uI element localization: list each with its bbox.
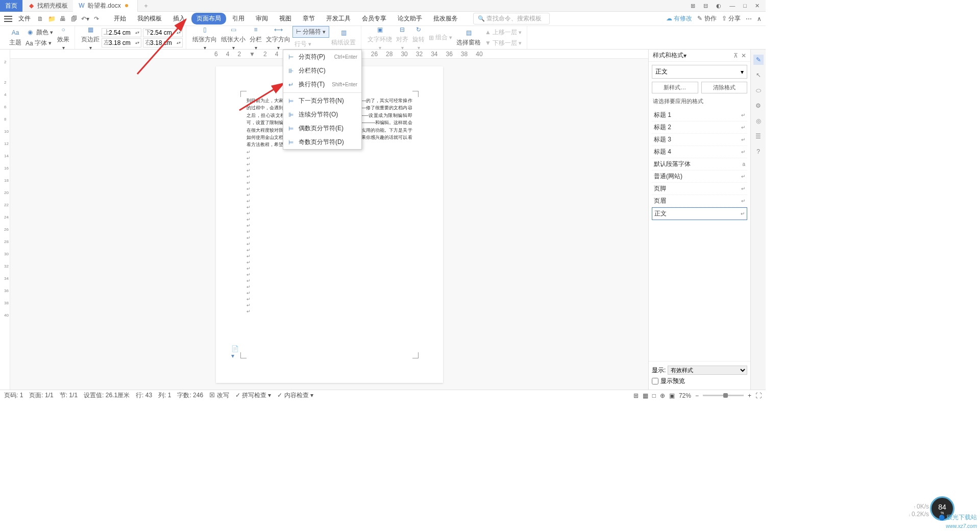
side-select-icon[interactable]: ↖ [753, 70, 764, 80]
side-style-icon[interactable]: ✎ [753, 55, 764, 65]
fullscreen-icon[interactable]: ⛶ [755, 392, 762, 399]
zoom-in-button[interactable]: + [748, 392, 751, 399]
side-shape-icon[interactable]: ⬭ [753, 85, 764, 95]
skin-icon[interactable]: ◐ [714, 2, 723, 10]
tab-dev-tools[interactable]: 开发工具 [321, 13, 356, 25]
command-search-input[interactable]: 🔍 查找命令、搜索模板 [473, 13, 550, 25]
theme-button[interactable]: Aa主题 [7, 27, 23, 48]
tab-member[interactable]: 会员专享 [357, 13, 391, 25]
color-button[interactable]: ◉颜色▾ [23, 27, 55, 38]
redo-icon[interactable]: ↷ [92, 14, 101, 23]
status-pages[interactable]: 页面: 1/1 [29, 391, 53, 400]
collapse-ribbon-icon[interactable]: ∧ [757, 15, 762, 22]
style-show-select[interactable]: 有效样式 [668, 366, 747, 375]
line-break-item[interactable]: ↵换行符(T)Shift+Enter [283, 78, 361, 91]
bring-forward-button[interactable]: ▲上移一层▾ [483, 27, 524, 38]
style-item-default-font[interactable]: 默认段落字体a [652, 158, 747, 171]
tab-start[interactable]: 开始 [109, 13, 131, 25]
even-page-section-item[interactable]: ⊨偶数页分节符(E) [283, 122, 361, 135]
view-icon-2[interactable]: ▦ [643, 392, 648, 399]
coop-button[interactable]: ✎ 协作 [697, 14, 716, 23]
open-icon[interactable]: 📁 [47, 14, 56, 23]
tab-view[interactable]: 视图 [274, 13, 297, 25]
paper-setting-button[interactable]: ▥稿纸设置 [329, 27, 358, 48]
tab-page-layout[interactable]: 页面布局 [191, 13, 226, 25]
margin-left-input[interactable]: 左:3.18 cm▴▾ [102, 38, 141, 47]
minimize-button[interactable]: — [727, 2, 737, 10]
paper-size-button[interactable]: ▭纸张大小▾ [219, 24, 248, 52]
view-icon-3[interactable]: □ [652, 392, 656, 399]
maximize-button[interactable]: □ [741, 2, 749, 10]
tab-references[interactable]: 引用 [227, 13, 250, 25]
zoom-out-button[interactable]: − [695, 392, 699, 399]
side-nav-icon[interactable]: ☰ [753, 131, 764, 141]
tab-chapter[interactable]: 章节 [298, 13, 320, 25]
page-margin-button[interactable]: ▦页边距▾ [79, 24, 102, 52]
status-content-check[interactable]: ✓ 内容检查 ▾ [277, 391, 313, 400]
tab-paper-helper[interactable]: 论文助手 [393, 13, 427, 25]
status-section[interactable]: 节: 1/1 [60, 391, 78, 400]
undo-icon[interactable]: ↶▾ [81, 14, 90, 23]
preview-checkbox[interactable] [652, 378, 658, 384]
page-footer-icon[interactable]: 📄▾ [231, 345, 238, 352]
tab-mytemplate[interactable]: 我的模板 [132, 13, 167, 25]
continuous-section-item[interactable]: ⊫连续分节符(O) [283, 108, 361, 122]
new-style-button[interactable]: 新样式… [652, 82, 698, 93]
text-wrap-button[interactable]: ▣文字环绕▾ [365, 24, 394, 52]
pin-icon[interactable]: ⊼ [733, 52, 738, 59]
side-help-icon[interactable]: ? [753, 147, 764, 157]
selection-pane-button[interactable]: ▤选择窗格 [454, 27, 483, 48]
side-settings-icon[interactable]: ⚙ [753, 101, 764, 111]
apps-icon[interactable]: ⊟ [701, 2, 710, 10]
style-item-footer[interactable]: 页脚↵ [652, 183, 747, 195]
style-item-header[interactable]: 页眉↵ [652, 195, 747, 207]
tab-document[interactable]: W 盼望着.docx [73, 0, 138, 12]
new-icon[interactable]: 🗎 [36, 14, 45, 23]
margin-bottom-input[interactable]: 下:2.54 cm▴▾ [143, 28, 183, 37]
next-page-section-item[interactable]: ⊨下一页分节符(N) [283, 94, 361, 108]
margin-top-input[interactable]: 上:2.54 cm▴▾ [102, 28, 141, 37]
break-dropdown-button[interactable]: ⊢分隔符▾ [292, 26, 329, 38]
view-icon-1[interactable]: ⊞ [633, 392, 639, 399]
zoom-slider[interactable] [703, 395, 744, 396]
clear-format-button[interactable]: 清除格式 [701, 82, 748, 93]
hamburger-icon[interactable] [4, 16, 12, 22]
columns-button[interactable]: ≡分栏▾ [248, 24, 264, 52]
print-preview-icon[interactable]: 🗐 [69, 14, 79, 23]
style-item-h4[interactable]: 标题 4↵ [652, 146, 747, 158]
file-menu[interactable]: 文件 [15, 13, 34, 24]
margin-right-input[interactable]: 右:3.18 cm▴▾ [143, 38, 183, 47]
tab-review[interactable]: 审阅 [251, 13, 273, 25]
tab-home[interactable]: 首页 [0, 0, 22, 12]
group-button[interactable]: ⊞组合▾ [427, 32, 454, 43]
status-spellcheck[interactable]: ✓ 拼写检查 ▾ [235, 391, 272, 400]
line-number-button[interactable]: 行号▾ [292, 39, 329, 50]
align-button[interactable]: ⊟对齐▾ [394, 24, 410, 52]
style-item-body[interactable]: 正文↵ [652, 207, 747, 220]
status-page-number[interactable]: 页码: 1 [4, 391, 23, 400]
font-button[interactable]: Aa 字体▾ [23, 38, 55, 49]
more-icon[interactable]: ⋯ [746, 15, 752, 22]
tab-insert[interactable]: 插入 [168, 13, 190, 25]
view-icon-5[interactable]: ▣ [669, 392, 675, 399]
effect-button[interactable]: ○效果▾ [55, 24, 71, 52]
send-backward-button[interactable]: ▼下移一层▾ [483, 38, 524, 49]
tab-templates[interactable]: ◆ 找稻壳模板 [22, 0, 73, 12]
tab-batch-service[interactable]: 批改服务 [428, 13, 463, 25]
panel-close-icon[interactable]: ✕ [741, 52, 746, 59]
side-location-icon[interactable]: ◎ [753, 116, 764, 126]
text-direction-button[interactable]: ⟷文字方向▾ [264, 24, 292, 52]
odd-page-section-item[interactable]: ⊨奇数页分节符(D) [283, 135, 361, 149]
print-icon[interactable]: 🖶 [58, 14, 67, 23]
style-item-h1[interactable]: 标题 1↵ [652, 109, 747, 122]
orientation-button[interactable]: ▯纸张方向▾ [190, 24, 219, 52]
rotate-button[interactable]: ↻旋转▾ [410, 24, 427, 52]
zoom-value[interactable]: 72% [679, 392, 691, 399]
status-word-count[interactable]: 字数: 246 [177, 391, 203, 400]
style-item-normal-web[interactable]: 普通(网站)↵ [652, 171, 747, 183]
share-button[interactable]: ⇪ 分享 [722, 14, 741, 23]
close-button[interactable]: ✕ [753, 2, 762, 10]
layout-icon[interactable]: ⊞ [689, 2, 697, 10]
status-revise[interactable]: ☒ 改写 [209, 391, 229, 400]
view-icon-4[interactable]: ⊕ [660, 392, 665, 399]
